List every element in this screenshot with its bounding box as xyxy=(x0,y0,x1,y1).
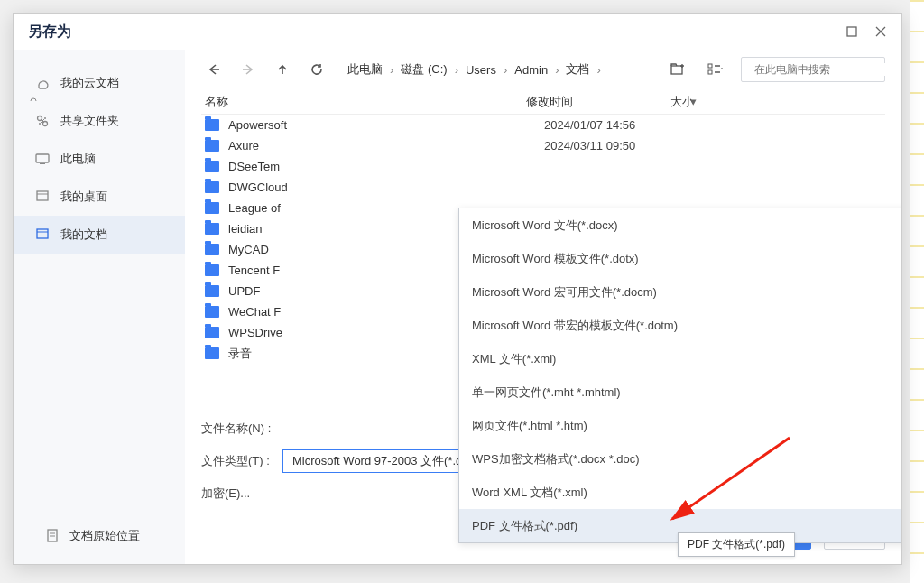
chevron-right-icon: › xyxy=(455,63,458,77)
file-name: Apowersoft xyxy=(228,118,535,132)
svg-rect-8 xyxy=(37,229,48,238)
file-row[interactable]: Apowersoft2024/01/07 14:56 xyxy=(201,115,885,135)
chevron-right-icon: › xyxy=(390,63,393,77)
refresh-icon[interactable] xyxy=(304,57,329,82)
filetype-dropdown[interactable]: Microsoft Word 文件(*.docx)Microsoft Word … xyxy=(458,208,901,543)
chevron-right-icon: › xyxy=(596,63,600,77)
folder-icon xyxy=(205,223,219,235)
folder-icon xyxy=(205,306,219,318)
back-icon[interactable] xyxy=(201,57,226,82)
toolbar: 此电脑›磁盘 (C:)›Users›Admin›文档› xyxy=(201,50,885,89)
filetype-value: Microsoft Word 97-2003 文件(*.doc) xyxy=(292,453,478,469)
search-input[interactable] xyxy=(741,57,885,82)
folder-icon xyxy=(205,327,219,338)
svg-rect-11 xyxy=(708,70,712,74)
svg-rect-6 xyxy=(40,163,45,164)
file-modified: 2024/01/07 14:56 xyxy=(544,118,688,132)
dropdown-option[interactable]: Microsoft Word 宏可用文件(*.docm) xyxy=(459,275,901,309)
dropdown-option[interactable]: Microsoft Word 模板文件(*.dotx) xyxy=(459,242,901,275)
background-decoration xyxy=(910,0,924,583)
maximize-icon[interactable] xyxy=(845,25,858,38)
column-headers[interactable]: 名称 ▾ 修改时间 大小 xyxy=(201,89,885,115)
forward-icon[interactable] xyxy=(236,57,261,82)
sidebar-item-label: 我的云文档 xyxy=(60,75,119,91)
folder-icon xyxy=(205,181,219,193)
folder-icon xyxy=(205,119,219,131)
dropdown-option[interactable]: Microsoft Word 带宏的模板文件(*.dotm) xyxy=(459,309,901,342)
sidebar-item[interactable]: 我的云文档 xyxy=(14,64,185,102)
dropdown-option[interactable]: WPS加密文档格式(*.docx *.doc) xyxy=(459,442,901,476)
svg-rect-0 xyxy=(847,27,856,36)
svg-point-3 xyxy=(44,117,46,119)
folder-icon xyxy=(205,244,219,255)
dropdown-option[interactable]: 网页文件(*.html *.htm) xyxy=(459,409,901,442)
sidebar-item[interactable]: 此电脑 xyxy=(14,140,185,178)
sidebar-item[interactable]: 共享文件夹 xyxy=(14,102,185,140)
sidebar-icon xyxy=(35,76,50,90)
chevron-right-icon: › xyxy=(555,63,559,77)
breadcrumb[interactable]: 此电脑›磁盘 (C:)›Users›Admin›文档› xyxy=(344,60,601,79)
tooltip: PDF 文件格式(*.pdf) xyxy=(678,532,795,557)
sidebar-icon xyxy=(35,152,50,166)
sidebar-item-label: 我的文档 xyxy=(60,227,107,243)
svg-rect-10 xyxy=(708,64,712,68)
sidebar-item[interactable]: 我的桌面 xyxy=(14,178,185,216)
encrypt-button[interactable]: 加密(E)... xyxy=(201,486,250,502)
header-size[interactable]: 大小 xyxy=(670,94,885,110)
sidebar-icon xyxy=(35,227,50,242)
sidebar-icon xyxy=(35,190,50,204)
breadcrumb-item[interactable]: Users xyxy=(462,61,500,79)
dropdown-option[interactable]: XML 文件(*.xml) xyxy=(459,342,901,375)
up-icon[interactable] xyxy=(270,57,295,82)
folder-icon xyxy=(205,161,219,172)
svg-rect-7 xyxy=(37,191,48,200)
file-name: DSeeTem xyxy=(228,160,535,173)
breadcrumb-item[interactable]: 此电脑 xyxy=(344,60,386,79)
filename-label: 文件名称(N) : xyxy=(201,421,272,437)
new-folder-icon[interactable] xyxy=(665,57,690,82)
folder-icon xyxy=(205,140,219,152)
save-as-dialog: 另存为 我的云文档共享文件夹此电脑我的桌面我的文档 此电脑›磁盘 (C:)›Us… xyxy=(13,13,902,565)
sidebar-item[interactable]: 我的文档 xyxy=(14,216,185,254)
chevron-right-icon: › xyxy=(504,63,507,77)
sidebar-item-label: 此电脑 xyxy=(60,151,96,167)
file-name: DWGCloud xyxy=(228,180,535,194)
file-modified: 2024/03/11 09:50 xyxy=(544,139,688,153)
restore-location-button[interactable]: 文档原始位置 xyxy=(46,528,140,544)
search-field[interactable] xyxy=(754,63,890,76)
sort-indicator-icon: ▾ xyxy=(690,95,697,108)
svg-point-4 xyxy=(39,123,41,125)
dropdown-option[interactable]: 单一网页文件(*.mht *.mhtml) xyxy=(459,375,901,409)
svg-rect-9 xyxy=(671,66,682,74)
sidebar-item-label: 我的桌面 xyxy=(60,189,107,205)
close-icon[interactable] xyxy=(874,25,887,38)
svg-rect-5 xyxy=(36,154,49,162)
view-icon[interactable] xyxy=(703,57,728,82)
file-name: Axure xyxy=(228,139,535,153)
folder-icon xyxy=(205,264,219,276)
main-panel: 此电脑›磁盘 (C:)›Users›Admin›文档› 名称 ▾ 修改时间 大小… xyxy=(185,50,901,564)
dialog-title: 另存为 xyxy=(28,23,71,42)
sidebar-icon xyxy=(35,114,50,128)
dropdown-option[interactable]: Microsoft Word 文件(*.docx) xyxy=(459,208,901,242)
file-row[interactable]: DSeeTem xyxy=(201,156,885,177)
filetype-label: 文件类型(T) : xyxy=(201,453,272,469)
titlebar: 另存为 xyxy=(14,14,901,50)
file-row[interactable]: Axure2024/03/11 09:50 xyxy=(201,135,885,156)
file-row[interactable]: DWGCloud xyxy=(201,177,885,198)
sidebar: 我的云文档共享文件夹此电脑我的桌面我的文档 xyxy=(14,50,185,564)
dropdown-option[interactable]: Word XML 文档(*.xml) xyxy=(459,476,901,509)
sidebar-item-label: 共享文件夹 xyxy=(60,113,119,129)
header-modified[interactable]: 修改时间 xyxy=(526,94,670,110)
folder-icon xyxy=(205,202,219,214)
document-icon xyxy=(46,529,60,543)
breadcrumb-item[interactable]: 文档 xyxy=(562,60,593,79)
folder-icon xyxy=(205,347,219,359)
breadcrumb-item[interactable]: Admin xyxy=(511,61,551,79)
folder-icon xyxy=(205,285,219,297)
breadcrumb-item[interactable]: 磁盘 (C:) xyxy=(397,60,450,79)
header-name[interactable]: 名称 xyxy=(201,94,526,110)
